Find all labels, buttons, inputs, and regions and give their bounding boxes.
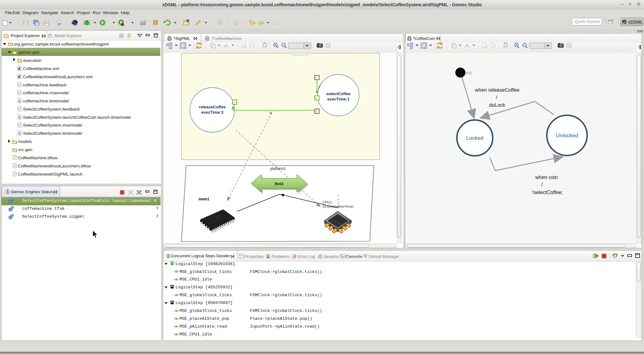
svg-text:releaseCoffee: releaseCoffee — [199, 105, 225, 109]
svg-text:bus1: bus1 — [275, 182, 284, 186]
svg-text:/: / — [541, 182, 543, 187]
svg-text:/: / — [496, 95, 497, 100]
svg-text:platform1: platform1 — [270, 166, 286, 171]
svg-text:execTime:1: execTime:1 — [327, 97, 350, 101]
svg-text:!selectCoffee;: !selectCoffee; — [532, 190, 563, 195]
svg-text:execTime:3: execTime:3 — [201, 110, 224, 115]
svg-text:Unlocked: Unlocked — [556, 133, 578, 139]
svg-text:CPU1: CPU1 — [323, 200, 332, 204]
svg-text:selectCoffee: selectCoffee — [326, 91, 350, 96]
svg-text:Locked: Locked — [466, 135, 484, 141]
svg-text:6: 6 — [270, 111, 272, 115]
svg-text:mem1: mem1 — [198, 197, 209, 201]
svg-text:init: init — [466, 70, 472, 75]
svg-text:when releaseCoffee: when releaseCoffee — [475, 87, 519, 93]
svg-text:doLock: doLock — [489, 102, 506, 108]
svg-text:when coin: when coin — [535, 175, 558, 180]
